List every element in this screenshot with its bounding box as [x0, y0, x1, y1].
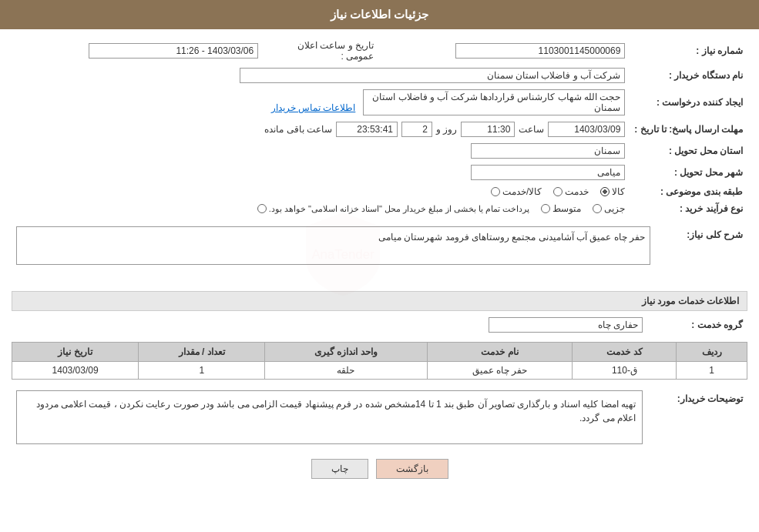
buyer-notes-value: تهیه امضا کلیه اسناد و بارگذاری تصاویر آ… [12, 387, 647, 447]
province-field: سمنان [471, 143, 625, 159]
service-group-row: گروه خدمت : حفاری چاه [12, 314, 747, 336]
category-both-label: کالا/خدمت [502, 186, 542, 197]
buyer-org-label: نام دستگاه خریدار : [630, 65, 747, 86]
purchase-bond-radio[interactable] [257, 204, 267, 213]
need-number-field: 1103001145000069 [455, 43, 625, 59]
service-group-field: حفاری چاه [489, 317, 643, 333]
buyer-notes-box: تهیه امضا کلیه اسناد و بارگذاری تصاویر آ… [16, 390, 643, 444]
need-number-row: شماره نیاز : 1103001145000069 تاریخ و سا… [12, 37, 747, 65]
category-service-radio[interactable] [553, 187, 563, 196]
province-value: سمنان [12, 140, 630, 162]
back-button[interactable]: بازگشت [376, 459, 448, 479]
category-kala-radio[interactable] [600, 187, 610, 196]
col-name: نام خدمت [427, 343, 573, 362]
deadline-date-field: 1403/03/09 [548, 122, 625, 137]
service-group-label: گروه خدمت : [647, 314, 747, 336]
cell-quantity: 1 [139, 362, 265, 380]
category-kala-label: کالا [612, 186, 625, 197]
purchase-jozi-radio[interactable] [593, 204, 602, 213]
buyer-org-value: شرکت آب و فاضلاب استان سمنان [12, 65, 630, 86]
deadline-label: مهلت ارسال پاسخ: تا تاریخ : [630, 119, 747, 140]
watermark-area: AnaTender شرح کلی نیاز: حفر چاه عمیق آب … [12, 223, 747, 285]
deadline-value: 1403/03/09 ساعت 11:30 روز و 2 23:53:41 س… [12, 119, 630, 140]
city-value: میامی [12, 162, 630, 183]
category-row: طبقه بندی موضوعی : کالا خدمت کالا/خدمت [12, 183, 747, 200]
services-table-head: ردیف کد خدمت نام خدمت واحد اندازه گیری ت… [12, 343, 747, 362]
deadline-time-label: ساعت [519, 124, 544, 135]
svg-text:AnaTender: AnaTender [311, 247, 374, 262]
deadline-time-field: 11:30 [461, 122, 515, 137]
table-row: 1ق-110حفر چاه عمیقحلقه11403/03/09 [12, 362, 747, 380]
buyer-notes-label: توضیحات خریدار: [647, 387, 747, 447]
category-service-label: خدمت [565, 186, 589, 197]
cell-name: حفر چاه عمیق [427, 362, 573, 380]
need-number-label: شماره نیاز : [630, 37, 747, 65]
service-group-value: حفاری چاه [12, 314, 647, 336]
deadline-remaining-label: ساعت باقی مانده [264, 124, 332, 135]
category-both-radio[interactable] [491, 187, 500, 196]
col-row: ردیف [677, 343, 747, 362]
deadline-row: مهلت ارسال پاسخ: تا تاریخ : 1403/03/09 س… [12, 119, 747, 140]
col-unit: واحد اندازه گیری [265, 343, 427, 362]
purchase-type-label: نوع فرآیند خرید : [630, 200, 747, 217]
buyer-org-field: شرکت آب و فاضلاب استان سمنان [240, 68, 625, 83]
content-area: شماره نیاز : 1103001145000069 تاریخ و سا… [0, 29, 759, 498]
page-wrapper: جزئیات اطلاعات نیاز شماره نیاز : 1103001… [0, 0, 759, 532]
category-radio-group: کالا خدمت کالا/خدمت [491, 186, 625, 197]
service-group-table: گروه خدمت : حفاری چاه [12, 314, 747, 336]
col-date: تاریخ نیاز [12, 343, 139, 362]
col-code: کد خدمت [573, 343, 677, 362]
purchase-jozi[interactable]: جزیی [593, 203, 625, 214]
page-title: جزئیات اطلاعات نیاز [331, 8, 428, 21]
category-kala[interactable]: کالا [600, 186, 625, 197]
cell-unit: حلقه [265, 362, 427, 380]
buyer-org-row: نام دستگاه خریدار : شرکت آب و فاضلاب است… [12, 65, 747, 86]
announce-value: 1403/03/06 - 11:26 [12, 37, 263, 65]
main-info-table: شماره نیاز : 1103001145000069 تاریخ و سا… [12, 37, 747, 217]
cell-date: 1403/03/09 [12, 362, 139, 380]
city-label: شهر محل تحویل : [630, 162, 747, 183]
deadline-days-field: 2 [401, 122, 432, 137]
print-button[interactable]: چاپ [311, 459, 368, 479]
need-desc-label: شرح کلی نیاز: [655, 223, 747, 268]
purchase-motevaset-radio[interactable] [541, 204, 550, 213]
announce-label: تاریخ و ساعت اعلان عمومی : [263, 37, 378, 65]
purchase-motevaset-label: متوسط [552, 203, 581, 214]
services-header-row: ردیف کد خدمت نام خدمت واحد اندازه گیری ت… [12, 343, 747, 362]
deadline-day-label: روز و [436, 124, 457, 135]
col-qty: تعداد / مقدار [139, 343, 265, 362]
buttons-area: بازگشت چاپ [12, 459, 747, 479]
province-label: استان محل تحویل : [630, 140, 747, 162]
services-table: ردیف کد خدمت نام خدمت واحد اندازه گیری ت… [12, 342, 747, 380]
cell-code: ق-110 [573, 362, 677, 380]
city-field: میامی [471, 165, 625, 180]
shield-watermark: AnaTender [297, 208, 389, 300]
page-header: جزئیات اطلاعات نیاز [0, 0, 759, 29]
services-table-body: 1ق-110حفر چاه عمیقحلقه11403/03/09 [12, 362, 747, 380]
contact-link[interactable]: اطلاعات تماس خریدار [271, 102, 356, 113]
buyer-notes-row: توضیحات خریدار: تهیه امضا کلیه اسناد و ب… [12, 387, 747, 447]
category-label: طبقه بندی موضوعی : [630, 183, 747, 200]
city-row: شهر محل تحویل : میامی [12, 162, 747, 183]
cell-row: 1 [677, 362, 747, 380]
need-number-value: 1103001145000069 [378, 37, 630, 65]
province-row: استان محل تحویل : سمنان [12, 140, 747, 162]
creator-row: ایجاد کننده درخواست : حجت الله شهاب کارش… [12, 86, 747, 119]
category-both[interactable]: کالا/خدمت [491, 186, 542, 197]
creator-label: ایجاد کننده درخواست : [630, 86, 747, 119]
announce-field: 1403/03/06 - 11:26 [89, 43, 258, 59]
purchase-motevaset[interactable]: متوسط [541, 203, 581, 214]
creator-field: حجت الله شهاب کارشناس قراردادها شرکت آب … [363, 89, 625, 115]
purchase-jozi-label: جزیی [604, 203, 625, 214]
category-service[interactable]: خدمت [553, 186, 589, 197]
category-value: کالا خدمت کالا/خدمت [12, 183, 630, 200]
deadline-row-flex: 1403/03/09 ساعت 11:30 روز و 2 23:53:41 س… [16, 122, 625, 137]
buyer-notes-table: توضیحات خریدار: تهیه امضا کلیه اسناد و ب… [12, 387, 747, 447]
deadline-remaining-field: 23:53:41 [336, 122, 398, 137]
creator-value: حجت الله شهاب کارشناس قراردادها شرکت آب … [12, 86, 630, 119]
